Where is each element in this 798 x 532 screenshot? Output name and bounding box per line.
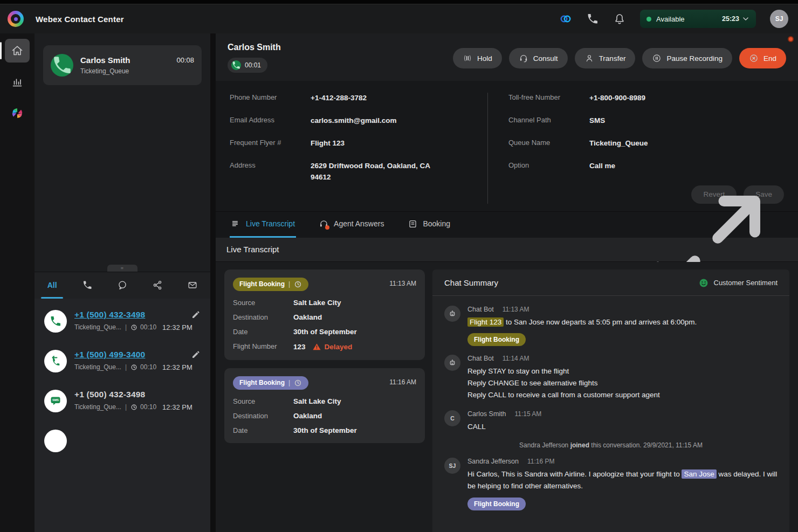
detail-label: Channel Path: [508, 115, 589, 127]
message-author: Sandra Jefferson: [467, 458, 519, 465]
analytics-icon: [11, 75, 24, 88]
card-field-label: Source: [233, 299, 293, 307]
message-line: Reply CALL to receive a call from a cust…: [467, 389, 660, 401]
chat-bot-avatar-icon: [444, 355, 460, 371]
webexcc-icon: [11, 107, 24, 120]
tab-agent-answers[interactable]: Agent Answers: [318, 212, 385, 238]
detail-value: Call me: [589, 161, 615, 172]
message-time: 11:15 AM: [515, 410, 542, 418]
transfer-label: Transfer: [599, 54, 626, 63]
notifications-bell-icon[interactable]: [613, 12, 626, 25]
history-queue: Ticketing_Que...: [74, 323, 121, 331]
agent-avatar[interactable]: SJ: [770, 10, 788, 28]
home-icon: [11, 44, 24, 57]
clock-icon: [130, 404, 137, 411]
card-field-value: Salt Lake City: [293, 299, 341, 307]
detail-value: Ticketing_Queue: [589, 138, 648, 149]
detail-label: Frequent Flyer #: [230, 138, 311, 149]
tab-label: Agent Answers: [334, 219, 384, 228]
phone-icon: [82, 280, 93, 291]
webex-app-icon[interactable]: [559, 12, 572, 25]
customer-sentiment[interactable]: Customer Sentiment: [698, 278, 778, 288]
message-text: Reply CALL to receive a call from a cust…: [467, 391, 660, 399]
flight-booking-card[interactable]: Flight Booking|11:13 AMSourceSalt Lake C…: [224, 270, 425, 360]
message-time: 11:16 PM: [527, 458, 554, 465]
call-icon: [49, 315, 62, 328]
flight-booking-badge: Flight Booking|: [233, 278, 308, 291]
hold-button[interactable]: Hold: [453, 48, 502, 68]
window-top-strip: [0, 0, 798, 4]
chat-messages-list: Chat Bot11:13 AMFlight 123 to San Jose n…: [432, 296, 789, 532]
listlines-icon: [231, 219, 241, 229]
history-duration: 00:10: [130, 403, 156, 411]
duration-value: 00:10: [140, 403, 156, 411]
highlighted-entity: San Jose: [682, 469, 716, 479]
message-text: to San Jose now departs at 5:05 pm and a…: [504, 318, 697, 326]
history-queue: Ticketing_Que...: [74, 363, 121, 371]
card-field-label: Source: [233, 397, 293, 405]
message-flight-booking-badge: Flight Booking: [467, 498, 526, 510]
end-button[interactable]: End: [739, 48, 786, 68]
filter-tab-email[interactable]: [175, 272, 210, 299]
history-item[interactable]: +1 (500) 432-3498Ticketing_Que...|00:101…: [35, 301, 210, 341]
filter-tab-all[interactable]: All: [35, 272, 70, 299]
contact-header: Carlos Smith 00:01 HoldConsultTransferPa…: [216, 33, 798, 81]
filter-tab-social[interactable]: [140, 272, 175, 299]
detail-label: Toll-free Number: [508, 93, 589, 104]
warning-icon: [312, 342, 321, 351]
history-item[interactable]: +1 (500) 499-3400Ticketing_Que...|00:101…: [35, 341, 210, 381]
clock-icon: [130, 364, 137, 371]
header-right: Available 25:23 SJ: [559, 10, 788, 28]
card-field-row: Flight Number123Delayed: [233, 342, 416, 351]
card-field-label: Destination: [233, 313, 293, 321]
filter-tab-calls[interactable]: [70, 272, 105, 299]
filter-tab-chats[interactable]: [105, 272, 140, 299]
rail-item-webex-cc-app[interactable]: [5, 101, 30, 125]
consult-button[interactable]: Consult: [509, 48, 568, 68]
panel-drag-handle[interactable]: =: [107, 265, 137, 272]
phone-icon[interactable]: [586, 12, 599, 25]
chat-message: SJSandra Jefferson11:16 PMHi Carlos, Thi…: [444, 458, 778, 510]
contact-name: Carlos Smith: [228, 43, 281, 52]
history-item[interactable]: SMS+1 (500) 432-3498Ticketing_Que...|00:…: [35, 381, 210, 420]
detail-value: +1-412-288-3782: [311, 93, 367, 104]
card-field-row: DestinationOakland: [233, 313, 416, 321]
edit-icon[interactable]: [191, 350, 201, 360]
call-avatar-icon: [44, 310, 67, 333]
edit-icon[interactable]: [191, 310, 201, 320]
active-interaction-card[interactable]: Carlos Smith Ticketing_Queue 00:08: [43, 45, 202, 85]
interaction-timer: 00:08: [176, 54, 194, 64]
detail-label: Email Address: [230, 115, 311, 127]
history-item-meta: Ticketing_Que...|00:1012:32 PM: [74, 403, 201, 411]
availability-status-dropdown[interactable]: Available 25:23: [640, 10, 756, 28]
message-line: Flight 123 to San Jose now departs at 5:…: [467, 316, 697, 328]
hold-icon: [463, 53, 472, 63]
hold-label: Hold: [477, 54, 492, 63]
transfer-button[interactable]: Transfer: [575, 48, 636, 68]
history-phone-number[interactable]: +1 (500) 499-3400: [74, 350, 145, 360]
history-filter-tabs: All: [35, 272, 210, 299]
rail-item-analytics[interactable]: [5, 70, 30, 94]
history-time: 12:32 PM: [162, 403, 192, 411]
call-action-buttons: HoldConsultTransferPause RecordingEnd: [453, 48, 786, 68]
tab-booking[interactable]: Booking: [407, 212, 451, 238]
nav-rail: [0, 33, 35, 532]
flight-booking-card[interactable]: Flight Booking|11:16 AMSourceSalt Lake C…: [224, 368, 425, 443]
history-phone-number[interactable]: +1 (500) 432-3498: [74, 310, 145, 320]
tab-live-transcript[interactable]: Live Transcript: [230, 212, 296, 238]
filter-tab-label: All: [47, 281, 57, 289]
message-time: 11:14 AM: [503, 355, 529, 362]
pause-recording-button[interactable]: Pause Recording: [642, 48, 732, 68]
detail-row: Email Addresscarlos.smith@gmail.com: [230, 115, 487, 127]
card-field-value: Oakland: [293, 412, 322, 420]
rail-item-home[interactable]: [5, 39, 30, 63]
contact-details-left-column: Phone Number+1-412-288-3782Email Address…: [230, 93, 487, 204]
chat-message: Chat Bot11:13 AMFlight 123 to San Jose n…: [444, 306, 778, 346]
card-field-value: 30th of September: [293, 426, 357, 434]
duration-value: 00:10: [140, 323, 156, 331]
clock-icon: [294, 280, 302, 288]
endcall-icon: [749, 53, 759, 63]
card-field-label: Flight Number: [233, 342, 293, 351]
user-avatar: C: [444, 410, 460, 426]
clock-icon: [130, 324, 137, 331]
